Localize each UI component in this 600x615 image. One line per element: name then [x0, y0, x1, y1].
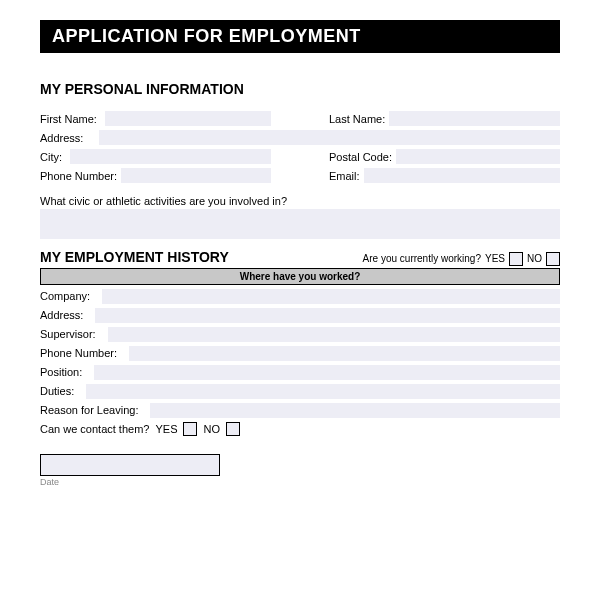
- no-label: NO: [527, 253, 542, 264]
- contact-yes-label: YES: [155, 423, 177, 435]
- currently-working-no-checkbox[interactable]: [546, 252, 560, 266]
- row-position: Position:: [40, 365, 560, 380]
- date-input[interactable]: [40, 454, 220, 476]
- first-name-input[interactable]: [105, 111, 271, 126]
- emp-phone-label: Phone Number:: [40, 347, 117, 359]
- first-name-label: First Name:: [40, 113, 97, 125]
- supervisor-label: Supervisor:: [40, 328, 96, 340]
- row-phone-email: Phone Number: Email:: [40, 168, 560, 183]
- page-title-bar: APPLICATION FOR EMPLOYMENT: [40, 20, 560, 53]
- email-input[interactable]: [364, 168, 560, 183]
- row-address: Address:: [40, 130, 560, 145]
- page-title: APPLICATION FOR EMPLOYMENT: [52, 26, 361, 46]
- last-name-input[interactable]: [389, 111, 560, 126]
- row-duties: Duties:: [40, 384, 560, 399]
- address-label: Address:: [40, 132, 83, 144]
- row-supervisor: Supervisor:: [40, 327, 560, 342]
- reason-input[interactable]: [150, 403, 560, 418]
- city-input[interactable]: [70, 149, 271, 164]
- duties-input[interactable]: [86, 384, 560, 399]
- row-city-postal: City: Postal Code:: [40, 149, 560, 164]
- row-emp-phone: Phone Number:: [40, 346, 560, 361]
- phone-input[interactable]: [121, 168, 271, 183]
- position-label: Position:: [40, 366, 82, 378]
- duties-label: Duties:: [40, 385, 74, 397]
- activities-input[interactable]: [40, 209, 560, 239]
- row-company: Company:: [40, 289, 560, 304]
- company-label: Company:: [40, 290, 90, 302]
- email-label: Email:: [329, 170, 360, 182]
- employment-section-title: MY EMPLOYMENT HISTORY: [40, 249, 229, 265]
- yes-label: YES: [485, 253, 505, 264]
- contact-yes-checkbox[interactable]: [183, 422, 197, 436]
- contact-no-checkbox[interactable]: [226, 422, 240, 436]
- row-reason: Reason for Leaving:: [40, 403, 560, 418]
- currently-working-yes-checkbox[interactable]: [509, 252, 523, 266]
- contact-label: Can we contact them?: [40, 423, 149, 435]
- row-contact: Can we contact them? YES NO: [40, 422, 560, 436]
- city-label: City:: [40, 151, 62, 163]
- date-label: Date: [40, 477, 560, 487]
- row-name: First Name: Last Name:: [40, 111, 560, 126]
- last-name-label: Last Name:: [329, 113, 385, 125]
- currently-working-label: Are you currently working?: [363, 253, 481, 264]
- phone-label: Phone Number:: [40, 170, 117, 182]
- reason-label: Reason for Leaving:: [40, 404, 138, 416]
- supervisor-input[interactable]: [108, 327, 560, 342]
- currently-working-group: Are you currently working? YES NO: [363, 252, 560, 266]
- emp-phone-input[interactable]: [129, 346, 560, 361]
- company-input[interactable]: [102, 289, 560, 304]
- activities-label: What civic or athletic activities are yo…: [40, 195, 560, 207]
- contact-no-label: NO: [203, 423, 220, 435]
- personal-section-title: MY PERSONAL INFORMATION: [40, 81, 560, 97]
- emp-address-label: Address:: [40, 309, 83, 321]
- postal-code-label: Postal Code:: [329, 151, 392, 163]
- address-input[interactable]: [99, 130, 560, 145]
- row-emp-address: Address:: [40, 308, 560, 323]
- where-worked-band: Where have you worked?: [40, 268, 560, 285]
- emp-address-input[interactable]: [95, 308, 560, 323]
- position-input[interactable]: [94, 365, 560, 380]
- postal-code-input[interactable]: [396, 149, 560, 164]
